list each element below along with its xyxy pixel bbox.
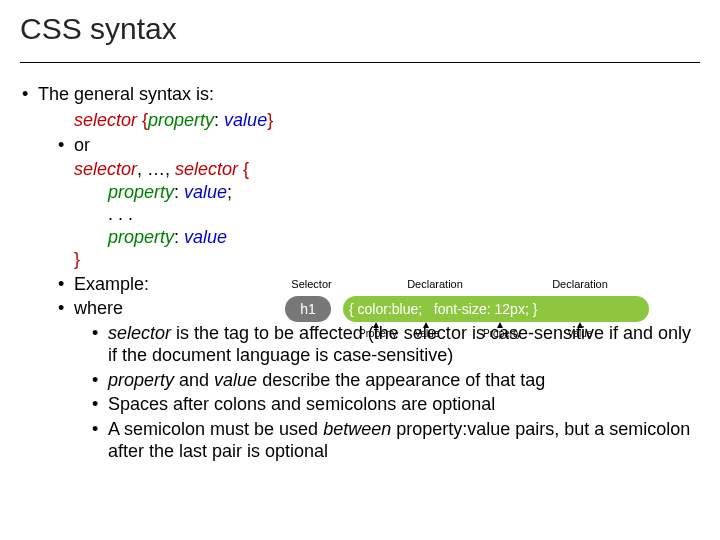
syntax-line-1: selector {property: value}	[20, 109, 700, 132]
tok2-lbrace: {	[238, 159, 249, 179]
w2-property: property	[108, 370, 174, 390]
diagram-label-selector: Selector	[289, 278, 334, 292]
w2-value: value	[214, 370, 257, 390]
tok2-colon1: :	[174, 182, 184, 202]
w2-and: and	[174, 370, 214, 390]
diagram-open-brace: {	[349, 301, 354, 317]
diagram-label-value-2: Value	[560, 328, 600, 341]
slide: CSS syntax The general syntax is: select…	[0, 0, 720, 540]
tok2-comma: , …,	[137, 159, 175, 179]
css-rule-diagram: Selector Declaration Declaration h1 { co…	[285, 278, 665, 358]
syntax2-line2: property: value;	[74, 181, 700, 204]
content-list: The general syntax is: selector {propert…	[20, 83, 700, 463]
diagram-rule-pill: { color:blue; font-size: 12px; }	[343, 296, 649, 322]
diagram-selector-pill: h1	[285, 296, 331, 322]
tok2-prop1: property	[108, 182, 174, 202]
tok2-colon2: :	[174, 227, 184, 247]
diagram-decl-1: color:blue;	[358, 301, 423, 317]
diagram-label-property-1: Property	[353, 328, 403, 341]
diagram-decl-2: font-size: 12px;	[434, 301, 529, 317]
bullet-or: or	[20, 134, 700, 157]
tok-selector: selector	[74, 110, 137, 130]
syntax2-line1: selector, …, selector {	[74, 158, 700, 181]
bullet-where-3: Spaces after colons and semicolons are o…	[20, 393, 700, 416]
syntax-block-2: selector, …, selector { property: value;…	[20, 158, 700, 271]
tok2-val2: value	[184, 227, 227, 247]
w4-between: between	[323, 419, 391, 439]
diagram-label-property-2: Property	[477, 328, 527, 341]
tok2-prop2: property	[108, 227, 174, 247]
syntax2-line4: property: value	[74, 226, 700, 249]
tok2-val1: value	[184, 182, 227, 202]
w2-rest: describe the appearance of that tag	[257, 370, 545, 390]
syntax2-line3: . . .	[74, 203, 700, 226]
tok2-sel1: selector	[74, 159, 137, 179]
tok2-semi: ;	[227, 182, 232, 202]
w1-selector: selector	[108, 323, 171, 343]
tok2-dots: . . .	[74, 203, 133, 226]
tok-property: property	[148, 110, 214, 130]
diagram-label-declaration-2: Declaration	[545, 278, 615, 292]
tok2-sel2: selector	[175, 159, 238, 179]
bullet-where-4: A semicolon must be used between propert…	[20, 418, 700, 463]
tok-lbrace: {	[137, 110, 148, 130]
syntax2-line5: }	[74, 248, 700, 271]
diagram-close-brace: }	[533, 301, 538, 317]
page-title: CSS syntax	[20, 10, 700, 48]
diagram-label-value-1: Value	[407, 328, 447, 341]
bullet-general: The general syntax is:	[20, 83, 700, 106]
tok-rbrace: }	[267, 110, 273, 130]
bullet-where-2: property and value describe the appearan…	[20, 369, 700, 392]
diagram-label-declaration-1: Declaration	[400, 278, 470, 292]
divider	[20, 62, 700, 63]
tok-value: value	[224, 110, 267, 130]
w4-a: A semicolon must be used	[108, 419, 323, 439]
tok-colon: :	[214, 110, 224, 130]
